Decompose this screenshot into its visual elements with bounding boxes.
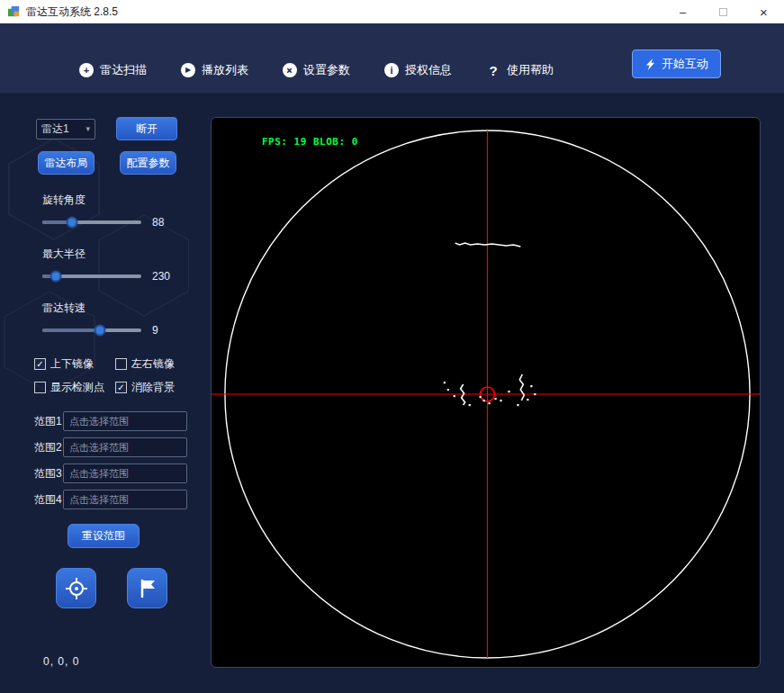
window-controls: – ×: [662, 0, 784, 23]
target-icon: [65, 577, 88, 600]
radar-speed-slider[interactable]: [42, 328, 141, 332]
range-2-input[interactable]: [63, 437, 187, 457]
slider-thumb[interactable]: [50, 271, 62, 283]
slider-group-rotation-angle: 旋转角度 88: [29, 193, 196, 229]
nav-label: 设置参数: [303, 62, 350, 78]
help-icon: ?: [486, 63, 500, 77]
radar-select-value: 雷达1: [41, 122, 69, 137]
sidebar: 雷达1 ▾ 断开 雷达布局 配置参数 旋转角度 88: [29, 117, 196, 668]
coordinate-status: 0, 0, 0: [29, 655, 196, 668]
checkbox-mirror-vertical[interactable]: ✓ 上下镜像: [34, 356, 115, 372]
range-row-1: 范围1: [34, 411, 196, 431]
radar-select[interactable]: 雷达1 ▾: [36, 119, 95, 140]
checkbox-grid: ✓ 上下镜像 ✓ 左右镜像 ✓ 显示检测点 ✓ 消除背景: [29, 356, 196, 395]
nav-label: 使用帮助: [507, 62, 554, 78]
maximize-icon: [719, 8, 727, 16]
checkbox-label: 消除背景: [131, 380, 175, 395]
fps-blob-readout: FPS: 19 BLOB: 0: [262, 136, 358, 148]
range-list: 范围1 范围2 范围3 范围4: [29, 411, 196, 509]
navbar: + 雷达扫描 ▶ 播放列表 + 设置参数 i 授权信息 ? 使用帮助 开始互动: [0, 23, 784, 94]
nav-item-help[interactable]: ? 使用帮助: [486, 62, 554, 78]
rotation-angle-slider[interactable]: [42, 220, 141, 224]
checkbox-label: 显示检测点: [50, 380, 104, 395]
flag-button[interactable]: [127, 568, 167, 608]
rotation-angle-value: 88: [152, 216, 164, 229]
nav-item-settings[interactable]: + 设置参数: [283, 62, 350, 78]
radar-scan-icon: +: [79, 63, 94, 77]
checkbox-icon: ✓: [34, 382, 46, 393]
range-1-input[interactable]: [63, 411, 187, 431]
checkbox-mirror-horizontal[interactable]: ✓ 左右镜像: [115, 356, 196, 372]
range-3-label: 范围3: [34, 466, 63, 482]
tool-buttons: [29, 568, 196, 608]
checkbox-show-detect-points[interactable]: ✓ 显示检测点: [34, 380, 115, 395]
app-logo-icon: [7, 5, 21, 19]
checkbox-icon: ✓: [34, 358, 46, 370]
max-radius-slider[interactable]: [42, 274, 141, 278]
slider-fill: [42, 328, 100, 332]
checkbox-label: 上下镜像: [50, 356, 94, 372]
config-params-button[interactable]: 配置参数: [120, 151, 176, 175]
range-1-label: 范围1: [34, 414, 63, 429]
rotation-angle-label: 旋转角度: [42, 193, 196, 208]
range-3-input[interactable]: [63, 464, 187, 483]
target-button[interactable]: [56, 568, 96, 608]
maximize-button[interactable]: [703, 0, 743, 23]
slider-thumb[interactable]: [67, 217, 78, 229]
radar-speed-value: 9: [152, 324, 158, 337]
start-interaction-label: 开始互动: [662, 56, 708, 72]
range-row-4: 范围4: [34, 490, 196, 509]
checkbox-icon: ✓: [115, 358, 127, 370]
nav-label: 雷达扫描: [100, 62, 147, 78]
range-2-label: 范围2: [34, 440, 63, 455]
check-icon: ✓: [36, 360, 43, 369]
nav-item-radar-scan[interactable]: + 雷达扫描: [79, 62, 147, 78]
start-interaction-button[interactable]: 开始互动: [632, 50, 721, 78]
range-row-2: 范围2: [34, 437, 196, 457]
connection-row: 雷达1 ▾ 断开: [29, 117, 196, 140]
nav-item-playlist[interactable]: ▶ 播放列表: [181, 62, 248, 78]
check-icon: ✓: [117, 383, 124, 392]
nav-item-license[interactable]: i 授权信息: [384, 62, 452, 78]
reset-range-button[interactable]: 重设范围: [68, 524, 140, 548]
radar-speed-label: 雷达转速: [42, 301, 196, 316]
minimize-button[interactable]: –: [662, 0, 703, 23]
max-radius-value: 230: [152, 270, 170, 283]
max-radius-label: 最大半径: [42, 247, 196, 262]
nav-label: 授权信息: [405, 62, 452, 78]
info-icon: i: [384, 63, 399, 77]
slider-group-radar-speed: 雷达转速 9: [29, 301, 196, 337]
slider-group-max-radius: 最大半径 230: [29, 247, 196, 283]
layout-config-row: 雷达布局 配置参数: [29, 151, 196, 175]
nav-label: 播放列表: [202, 62, 248, 78]
chevron-down-icon: ▾: [86, 124, 90, 133]
content: 雷达1 ▾ 断开 雷达布局 配置参数 旋转角度 88: [0, 94, 784, 693]
radar-layout-button[interactable]: 雷达布局: [38, 151, 95, 175]
interact-icon: [644, 58, 656, 70]
window-title: 雷达互动系统 2.8.5: [26, 4, 118, 20]
checkbox-label: 左右镜像: [131, 356, 175, 372]
slider-thumb[interactable]: [94, 325, 105, 337]
titlebar: 雷达互动系统 2.8.5 – ×: [0, 0, 784, 23]
settings-icon: +: [280, 60, 301, 81]
disconnect-button[interactable]: 断开: [116, 117, 177, 140]
flag-icon: [137, 578, 158, 599]
radar-canvas: [212, 118, 760, 667]
range-row-3: 范围3: [34, 464, 196, 483]
range-4-input[interactable]: [63, 490, 187, 509]
checkbox-remove-background[interactable]: ✓ 消除背景: [115, 380, 196, 395]
checkbox-icon: ✓: [115, 382, 127, 393]
range-4-label: 范围4: [34, 492, 63, 508]
app-window: 雷达互动系统 2.8.5 – × + 雷达扫描 ▶ 播放列表 + 设置参数 i …: [0, 0, 784, 693]
close-button[interactable]: ×: [743, 0, 784, 23]
play-icon: ▶: [181, 63, 195, 77]
radar-display[interactable]: FPS: 19 BLOB: 0: [211, 117, 761, 668]
